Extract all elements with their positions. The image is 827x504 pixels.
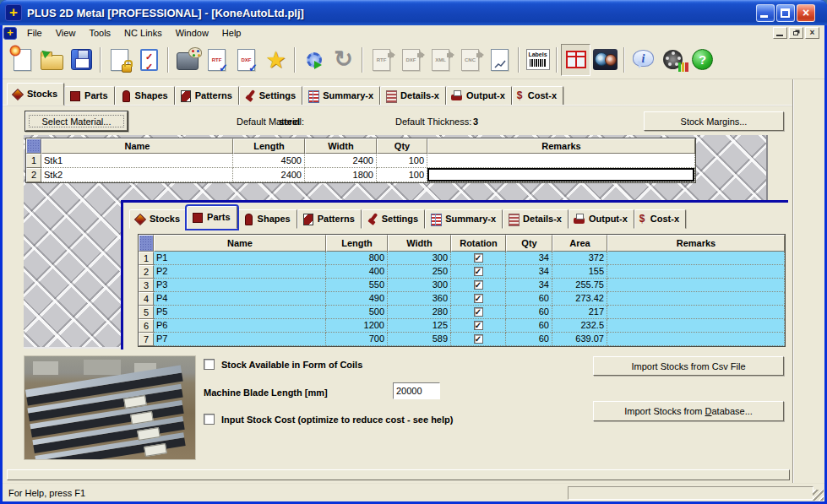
nested-tab-cost-x[interactable]: $Cost-x <box>634 209 686 229</box>
cell-remarks[interactable] <box>607 319 785 333</box>
cell-area[interactable]: 639.07 <box>552 333 607 346</box>
cell-name[interactable]: Stk1 <box>41 154 233 168</box>
cell-qty[interactable]: 60 <box>506 292 552 306</box>
import-stocks-database-button[interactable]: Import Stocks from Database... <box>593 401 784 421</box>
select-all-corner[interactable] <box>26 138 41 154</box>
rotation-checkbox[interactable]: ✓ <box>474 280 483 290</box>
open-project-button[interactable] <box>37 44 67 76</box>
row-number[interactable]: 5 <box>139 306 154 319</box>
display-settings-button[interactable] <box>172 44 202 76</box>
cell-width[interactable]: 300 <box>388 252 451 265</box>
mdi-restore-button[interactable] <box>789 27 803 39</box>
blade-length-input[interactable] <box>393 382 440 399</box>
new-project-button[interactable] <box>8 44 37 76</box>
maximize-button[interactable] <box>776 4 795 22</box>
cell-remarks[interactable] <box>607 252 785 265</box>
cell-qty[interactable]: 34 <box>506 265 552 279</box>
print-labels-button[interactable]: Labels <box>523 44 552 76</box>
nested-tab-patterns[interactable]: Patterns <box>297 209 362 229</box>
export-rtf-button[interactable]: RTF✓ <box>202 44 231 76</box>
rotation-checkbox[interactable]: ✓ <box>474 321 483 330</box>
tab-summary-x[interactable]: Summary-x <box>302 86 380 106</box>
column-header-rotation[interactable]: Rotation <box>451 235 506 252</box>
row-number[interactable]: 7 <box>139 333 154 346</box>
nested-tab-shapes[interactable]: Shapes <box>237 209 297 229</box>
row-number[interactable]: 4 <box>139 292 154 306</box>
cell-remarks[interactable] <box>427 154 695 168</box>
cell-name[interactable]: P7 <box>154 333 326 346</box>
rotation-checkbox[interactable]: ✓ <box>474 294 483 303</box>
menu-tools[interactable]: Tools <box>82 26 117 40</box>
cell-qty[interactable]: 60 <box>506 306 552 319</box>
rotation-checkbox[interactable]: ✓ <box>474 267 483 276</box>
row-number[interactable]: 6 <box>139 319 154 333</box>
export-dxf-disabled-button[interactable]: DXF <box>396 44 426 76</box>
tab-cost-x[interactable]: $Cost-x <box>512 86 563 106</box>
cell-qty[interactable]: 34 <box>506 252 552 265</box>
cell-name[interactable]: P2 <box>154 265 326 279</box>
save-button[interactable] <box>67 44 96 76</box>
cell-remarks[interactable] <box>607 279 785 292</box>
stock-margins-button[interactable]: Stock Margins... <box>644 111 784 131</box>
cell-remarks[interactable] <box>607 306 785 319</box>
tab-shapes[interactable]: Shapes <box>115 86 175 106</box>
export-xml-disabled-button[interactable]: XML <box>426 44 455 76</box>
nested-tab-output-x[interactable]: Output-x <box>569 209 634 229</box>
export-rtf-disabled-button[interactable]: RTF <box>367 44 396 76</box>
row-number[interactable]: 2 <box>26 168 41 182</box>
column-header-width[interactable]: Width <box>388 235 451 252</box>
column-header-remarks[interactable]: Remarks <box>427 138 695 154</box>
cell-length[interactable]: 500 <box>326 306 388 319</box>
cell-qty[interactable]: 34 <box>506 279 552 292</box>
cell-name[interactable]: P4 <box>154 292 326 306</box>
tab-parts[interactable]: Parts <box>64 86 115 106</box>
column-header-remarks[interactable]: Remarks <box>607 235 785 252</box>
cell-width[interactable]: 125 <box>388 319 451 333</box>
cell-name[interactable]: P3 <box>154 279 326 292</box>
cell-length[interactable]: 490 <box>326 292 388 306</box>
cell-remarks[interactable] <box>607 292 785 306</box>
close-button[interactable]: × <box>797 4 815 22</box>
layout-grid-button[interactable] <box>561 44 590 76</box>
export-dxf-button[interactable]: DXF✓ <box>231 44 261 76</box>
column-header-qty[interactable]: Qty <box>377 138 427 154</box>
rotation-checkbox[interactable]: ✓ <box>474 253 483 263</box>
nested-tab-settings[interactable]: Settings <box>362 209 425 229</box>
cell-name[interactable]: P5 <box>154 306 326 319</box>
row-number[interactable]: 1 <box>139 252 154 265</box>
select-all-corner[interactable] <box>139 235 154 252</box>
select-material-button[interactable]: Select Material... <box>25 111 128 131</box>
refresh-button[interactable]: ↻ <box>329 44 358 76</box>
mdi-close-button[interactable]: × <box>805 27 819 39</box>
cell-length[interactable]: 1200 <box>326 319 388 333</box>
favorites-button[interactable]: ★ <box>261 44 291 76</box>
document-system-icon[interactable]: + <box>3 27 17 40</box>
cell-width[interactable]: 360 <box>388 292 451 306</box>
coils-button[interactable] <box>590 44 620 76</box>
minimize-button[interactable] <box>756 4 775 22</box>
cell-length[interactable]: 4500 <box>233 154 305 168</box>
cell-width[interactable]: 2400 <box>305 154 377 168</box>
validate-button[interactable]: ✓✓ <box>134 44 164 76</box>
cell-width[interactable]: 300 <box>388 279 451 292</box>
cell-remarks[interactable] <box>607 333 785 346</box>
column-header-length[interactable]: Length <box>326 235 388 252</box>
cell-length[interactable]: 2400 <box>233 168 305 182</box>
cell-length[interactable]: 800 <box>326 252 388 265</box>
nested-tab-details-x[interactable]: Details-x <box>503 209 569 229</box>
nested-tab-parts[interactable]: Parts <box>187 206 237 229</box>
cell-remarks-selected[interactable] <box>427 168 695 182</box>
stock-cost-checkbox[interactable] <box>204 414 215 425</box>
menu-window[interactable]: Window <box>169 26 215 40</box>
row-number[interactable]: 1 <box>26 154 41 168</box>
cell-width[interactable]: 1800 <box>305 168 377 182</box>
rotation-checkbox[interactable]: ✓ <box>474 334 483 344</box>
cell-width[interactable]: 280 <box>388 306 451 319</box>
cell-area[interactable]: 232.5 <box>552 319 607 333</box>
about-button[interactable]: i <box>628 44 658 76</box>
menu-file[interactable]: File <box>20 26 49 40</box>
cell-area[interactable]: 273.42 <box>552 292 607 306</box>
import-stocks-csv-button[interactable]: Import Stocks from Csv File <box>593 356 784 376</box>
cell-qty[interactable]: 60 <box>506 333 552 346</box>
column-header-name[interactable]: Name <box>41 138 233 154</box>
